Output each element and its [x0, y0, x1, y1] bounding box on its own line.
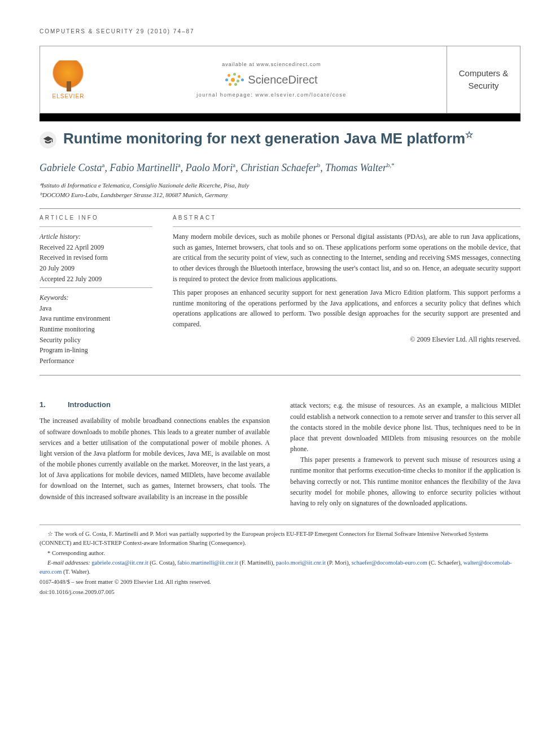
section-number: 1. [40, 400, 68, 409]
title-rule-bar [40, 113, 520, 121]
abstract-p1: Many modern mobile devices, such as mobi… [173, 231, 520, 284]
article-meta-row: ARTICLE INFO Article history: Received 2… [40, 215, 520, 366]
journal-cover-title: Computers & Security [450, 67, 517, 93]
header-center: available at www.sciencedirect.com Scien… [97, 46, 447, 113]
affiliation-b: ᵇDOCOMO Euro-Labs, Landsberger Strasse 3… [40, 190, 520, 200]
journal-cover-box: Computers & Security [447, 46, 520, 113]
abstract-p2: This paper proposes an enhanced security… [173, 287, 520, 329]
affiliation-a: ᵃIstituto di Informatica e Telematica, C… [40, 181, 520, 190]
meta-rule [173, 226, 520, 227]
sciencedirect-dots-icon [225, 73, 244, 86]
keyword: Performance [40, 356, 152, 366]
revised-date: 20 July 2009 [40, 263, 152, 274]
article-title-text: Runtime monitoring for next generation J… [63, 130, 465, 147]
section-rule [40, 375, 520, 375]
corresponding-author-footnote: * Corresponding author. [40, 549, 520, 558]
abstract-column: ABSTRACT Many modern mobile devices, suc… [173, 215, 520, 366]
received-date: Received 22 April 2009 [40, 242, 152, 253]
keyword: Security policy [40, 335, 152, 346]
keyword: Runtime monitoring [40, 324, 152, 335]
body-col-right: attack vectors; e.g. the misuse of resou… [290, 400, 520, 509]
section-heading: 1.Introduction [40, 400, 270, 409]
keyword: Java [40, 303, 152, 314]
running-head: COMPUTERS & SECURITY 29 (2010) 74–87 [40, 28, 520, 34]
footnotes: ☆ The work of G. Costa, F. Martinelli an… [40, 525, 520, 596]
body-paragraph: This paper presents a framework to preve… [290, 455, 520, 509]
keyword: Program in-lining [40, 345, 152, 356]
revised-label: Received in revised form [40, 252, 152, 263]
doi-line: doi:10.1016/j.cose.2009.07.005 [40, 588, 520, 597]
keyword: Java runtime environment [40, 313, 152, 324]
body-paragraph: attack vectors; e.g. the misuse of resou… [290, 400, 520, 455]
publisher-name: ELSEVIER [53, 93, 85, 99]
journal-homepage-line: journal homepage: www.elsevier.com/locat… [196, 92, 347, 98]
meta-rule [40, 226, 152, 227]
elsevier-logo: ELSEVIER [53, 60, 85, 99]
section-rule [40, 208, 520, 209]
sciencedirect-wordmark: ScienceDirect [248, 73, 317, 86]
elsevier-tree-icon [53, 60, 84, 91]
funding-footnote: ☆ The work of G. Costa, F. Martinelli an… [40, 530, 520, 548]
abstract-heading: ABSTRACT [173, 215, 520, 221]
affiliations: ᵃIstituto di Informatica e Telematica, C… [40, 181, 520, 199]
journal-header: ELSEVIER available at www.sciencedirect.… [40, 46, 520, 113]
issn-line: 0167-4048/$ – see front matter © 2009 El… [40, 578, 520, 587]
accepted-date: Accepted 22 July 2009 [40, 274, 152, 285]
article-title: Runtime monitoring for next generation J… [63, 129, 473, 148]
article-info-heading: ARTICLE INFO [40, 215, 152, 221]
title-footnote-marker: ☆ [465, 130, 473, 139]
graduation-cap-icon [40, 132, 56, 148]
publisher-logo-box: ELSEVIER [40, 46, 97, 113]
body-columns: 1.Introduction The increased availabilit… [40, 400, 520, 509]
meta-rule [40, 287, 152, 288]
section-title: Introduction [68, 400, 111, 409]
available-at-line: available at www.sciencedirect.com [222, 62, 321, 67]
article-info-column: ARTICLE INFO Article history: Received 2… [40, 215, 152, 366]
keywords-label: Keywords: [40, 292, 152, 303]
sciencedirect-logo: ScienceDirect [225, 73, 317, 86]
emails-footnote: E-mail addresses: gabriele.costa@iit.cnr… [40, 558, 520, 576]
author-list: Gabriele Costaa, Fabio Martinellia, Paol… [40, 161, 520, 175]
title-row: Runtime monitoring for next generation J… [40, 129, 520, 148]
abstract-copyright: © 2009 Elsevier Ltd. All rights reserved… [173, 334, 520, 345]
body-paragraph: The increased availability of mobile bro… [40, 416, 270, 503]
body-col-left: 1.Introduction The increased availabilit… [40, 400, 270, 509]
history-label: Article history: [40, 231, 152, 242]
